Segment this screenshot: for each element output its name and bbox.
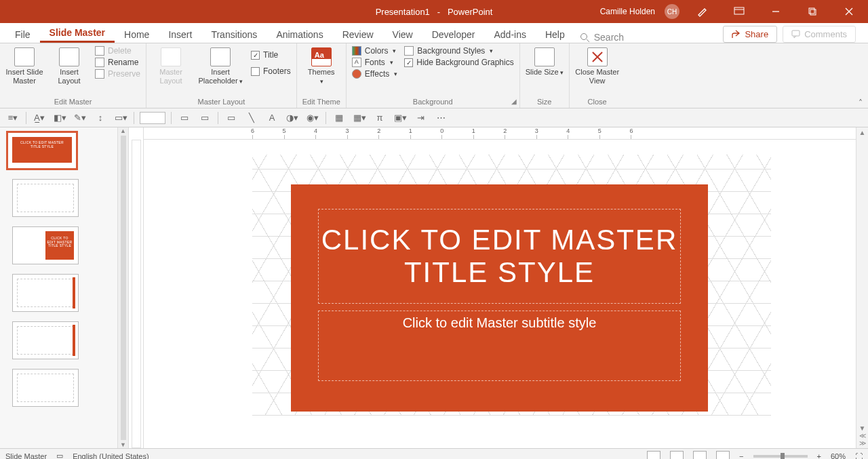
thumbnail-scrollbar[interactable]: ▲ ▼ xyxy=(117,127,128,448)
insert-placeholder-button[interactable]: Insert Placeholder▾ xyxy=(197,46,244,85)
next-slide-icon[interactable]: ≫ xyxy=(859,439,866,447)
delete-icon xyxy=(95,46,104,56)
share-button[interactable]: Share xyxy=(723,26,777,43)
sort-icon[interactable]: ↕ xyxy=(93,111,108,125)
dialog-launcher-icon[interactable]: ◢ xyxy=(511,98,517,105)
tab-animations[interactable]: Animations xyxy=(267,25,332,43)
background-styles-button[interactable]: Background Styles▾ xyxy=(404,46,513,56)
chevron-down-icon: ▾ xyxy=(490,47,493,54)
equation-icon[interactable]: π xyxy=(372,111,387,125)
tab-review[interactable]: Review xyxy=(333,25,383,43)
themes-button[interactable]: Themes▾ xyxy=(302,46,340,85)
layout-thumbnail-5[interactable] xyxy=(12,369,79,407)
align-menu-icon[interactable]: ≡▾ xyxy=(5,111,20,125)
search-placeholder: Search xyxy=(594,32,624,43)
bg-styles-icon xyxy=(404,46,414,56)
slide-canvas[interactable]: Click to edit Master title style Click t… xyxy=(144,140,856,448)
line-icon[interactable]: ╲ xyxy=(244,111,259,125)
close-master-view-button[interactable]: Close Master View xyxy=(575,46,620,85)
ribbon-tabs: File Slide Master Home Insert Transition… xyxy=(0,23,868,43)
title-placeholder[interactable]: Click to edit Master title style xyxy=(318,209,681,304)
tab-view[interactable]: View xyxy=(383,25,422,43)
zoom-slider[interactable] xyxy=(753,455,808,458)
avatar[interactable]: CH xyxy=(665,4,679,19)
selection-pane-icon[interactable]: ⇥ xyxy=(413,111,428,125)
subtitle-placeholder[interactable]: Click to edit Master subtitle style xyxy=(318,311,681,381)
align-middle-icon[interactable]: ▭ xyxy=(197,111,212,125)
sorter-view-button[interactable] xyxy=(670,451,684,460)
rectangle-icon[interactable]: ▭ xyxy=(224,111,239,125)
picture-icon[interactable]: ▣▾ xyxy=(393,111,408,125)
merge-shapes-icon[interactable]: ◉▾ xyxy=(305,111,320,125)
master-thumbnail[interactable]: CLICK TO EDIT MASTER TITLE STYLE xyxy=(7,132,77,169)
status-mode[interactable]: Slide Master xyxy=(5,452,47,460)
fit-to-window-button[interactable]: ⛶ xyxy=(855,452,863,460)
zoom-in-button[interactable]: + xyxy=(817,452,821,460)
tab-addins[interactable]: Add-ins xyxy=(484,25,535,43)
scroll-down-icon[interactable]: ▼ xyxy=(120,441,126,448)
previous-slide-icon[interactable]: ≪ xyxy=(859,432,866,439)
effects-button[interactable]: Effects▾ xyxy=(352,69,397,79)
maximize-button[interactable] xyxy=(799,0,826,23)
footers-checkbox[interactable]: Footers xyxy=(251,66,291,76)
shapes-icon[interactable]: ◑▾ xyxy=(285,111,300,125)
display-options-icon[interactable] xyxy=(726,0,753,23)
chart-icon[interactable]: ▦ xyxy=(332,111,347,125)
title-checkbox[interactable]: ✓Title xyxy=(251,50,291,60)
close-button[interactable] xyxy=(835,0,863,23)
slideshow-view-button[interactable] xyxy=(716,451,730,460)
checkbox-icon: ✓ xyxy=(404,58,413,67)
rename-button[interactable]: Rename xyxy=(95,58,140,67)
minimize-button[interactable] xyxy=(762,0,789,23)
insert-layout-button[interactable]: Insert Layout xyxy=(50,46,88,85)
normal-view-button[interactable] xyxy=(647,451,660,460)
comments-button[interactable]: Comments xyxy=(783,26,856,43)
tab-home[interactable]: Home xyxy=(115,25,159,43)
overflow-icon[interactable]: ⋯ xyxy=(433,111,448,125)
font-color-icon[interactable]: A̲▾ xyxy=(32,111,47,125)
insert-slide-master-button[interactable]: Insert Slide Master xyxy=(5,46,43,85)
tab-slide-master[interactable]: Slide Master xyxy=(40,23,115,43)
layout-thumbnail-2[interactable]: CLICK TO EDIT MASTER TITLE STYLE xyxy=(12,226,79,264)
collapse-ribbon-icon[interactable]: ˄ xyxy=(859,98,863,108)
svg-rect-4 xyxy=(810,9,816,15)
scroll-up-icon[interactable]: ▲ xyxy=(859,129,866,136)
outline-color-icon[interactable]: ✎▾ xyxy=(73,111,87,125)
status-language[interactable]: English (United States) xyxy=(73,452,149,460)
colors-icon xyxy=(352,46,361,56)
fill-color-icon[interactable]: ◧▾ xyxy=(52,111,67,125)
chevron-down-icon: ▾ xyxy=(394,71,397,77)
tab-file[interactable]: File xyxy=(5,25,40,43)
scroll-down-icon[interactable]: ▼ xyxy=(859,424,866,432)
tab-help[interactable]: Help xyxy=(536,25,574,43)
tab-insert[interactable]: Insert xyxy=(159,25,201,43)
arrange-icon[interactable]: ▭▾ xyxy=(113,111,128,125)
textbox-icon[interactable]: A xyxy=(264,111,279,125)
window-title: Presentation1 - PowerPoint xyxy=(376,7,493,17)
scroll-up-icon[interactable]: ▲ xyxy=(120,127,126,134)
layout-thumbnail-4[interactable] xyxy=(12,321,79,359)
zoom-out-button[interactable]: − xyxy=(739,452,743,460)
colors-button[interactable]: Colors▾ xyxy=(352,46,397,56)
tab-developer[interactable]: Developer xyxy=(422,25,485,43)
slide-size-button[interactable]: Slide Size▾ xyxy=(526,46,564,77)
drawing-mode-icon[interactable] xyxy=(689,0,716,23)
fonts-button[interactable]: AFonts▾ xyxy=(352,58,397,67)
align-top-icon[interactable]: ▭ xyxy=(177,111,192,125)
reading-view-button[interactable] xyxy=(693,451,707,460)
hide-bg-checkbox[interactable]: ✓Hide Background Graphics xyxy=(404,58,513,67)
shape-fill-swatch[interactable] xyxy=(140,112,165,124)
svg-rect-3 xyxy=(809,8,814,14)
tell-me-search[interactable]: Search xyxy=(580,32,724,43)
tab-transitions[interactable]: Transitions xyxy=(201,25,267,43)
editor-scrollbar[interactable]: ▲ ▼ ≪ ≫ xyxy=(856,127,868,448)
zoom-level[interactable]: 60% xyxy=(831,452,846,460)
ribbon: Insert Slide Master Insert Layout Delete… xyxy=(0,43,868,108)
user-name[interactable]: Camille Holden xyxy=(600,7,655,16)
slide-background: Click to edit Master title style Click t… xyxy=(252,155,771,416)
share-icon xyxy=(732,30,741,39)
layout-thumbnail-3[interactable] xyxy=(12,274,79,312)
layout-thumbnail-1[interactable] xyxy=(12,179,79,217)
spellcheck-icon[interactable]: ▭ xyxy=(56,452,63,459)
table-icon[interactable]: ▦▾ xyxy=(352,111,367,125)
